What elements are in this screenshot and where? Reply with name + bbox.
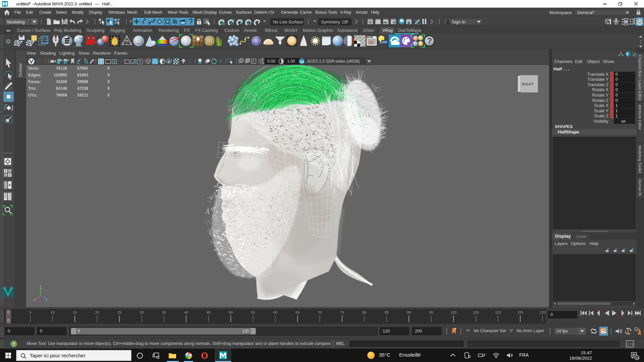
svg-text:IPR: IPR bbox=[383, 21, 387, 24]
svg-text:{;}: {;} bbox=[627, 343, 633, 346]
svg-text:?: ? bbox=[12, 342, 15, 347]
svg-text:T: T bbox=[139, 60, 141, 64]
svg-text:ON: ON bbox=[300, 60, 304, 63]
svg-text:20: 20 bbox=[636, 356, 639, 360]
